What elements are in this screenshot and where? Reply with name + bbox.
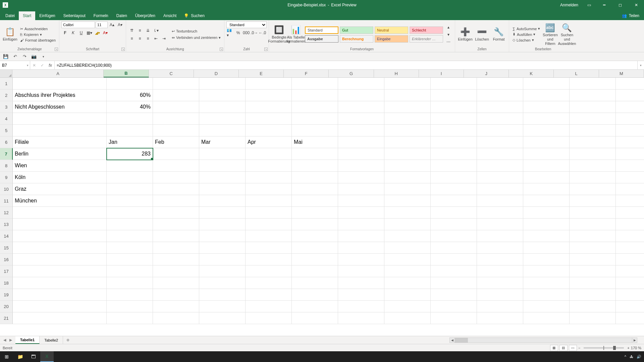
style-erklaerender[interactable]: Erklärender … xyxy=(410,35,443,43)
find-select-button[interactable]: 🔍Suchen und Auswählen xyxy=(559,22,575,47)
row-header-1[interactable]: 1 xyxy=(0,78,13,89)
alignment-dialog-launcher[interactable]: ↘ xyxy=(220,48,223,51)
col-header-L[interactable]: L xyxy=(554,70,599,77)
cell-C1[interactable] xyxy=(153,78,199,89)
cell-A8[interactable]: Wien xyxy=(13,160,107,172)
cell-B3[interactable]: 40% xyxy=(107,101,153,113)
cell-M9[interactable] xyxy=(616,172,644,183)
cell-I17[interactable] xyxy=(431,265,477,277)
cell-F18[interactable] xyxy=(292,277,338,289)
cell-C16[interactable] xyxy=(153,254,199,265)
cell-G1[interactable] xyxy=(338,78,384,89)
cell-D14[interactable] xyxy=(199,230,246,242)
cell-F1[interactable] xyxy=(292,78,338,89)
cell-E13[interactable] xyxy=(246,219,292,230)
cell-H2[interactable] xyxy=(384,89,431,101)
cell-A17[interactable] xyxy=(13,265,107,277)
cell-I20[interactable] xyxy=(431,301,477,312)
cell-J12[interactable] xyxy=(477,207,523,219)
cell-I3[interactable] xyxy=(431,101,477,113)
cell-I13[interactable] xyxy=(431,219,477,230)
cell-C19[interactable] xyxy=(153,289,199,301)
cell-H1[interactable] xyxy=(384,78,431,89)
cell-M5[interactable] xyxy=(616,125,644,136)
cell-L11[interactable] xyxy=(570,195,616,207)
cell-A7[interactable]: Berlin xyxy=(13,148,107,160)
cell-G9[interactable] xyxy=(338,172,384,183)
cell-I6[interactable] xyxy=(431,136,477,148)
cell-B12[interactable] xyxy=(107,207,153,219)
cell-K18[interactable] xyxy=(523,277,570,289)
cell-F5[interactable] xyxy=(292,125,338,136)
accounting-format-icon[interactable]: 💶▾ xyxy=(226,29,234,36)
autosum-button[interactable]: ∑AutoSumme ▾ xyxy=(511,26,541,31)
cell-D7[interactable] xyxy=(199,148,246,160)
number-format-combo[interactable]: Standard xyxy=(226,21,267,28)
tab-review[interactable]: Überprüfen xyxy=(131,11,159,20)
cell-K17[interactable] xyxy=(523,265,570,277)
excel-taskbar-icon[interactable]: X xyxy=(40,351,54,362)
col-header-I[interactable]: I xyxy=(419,70,464,77)
new-sheet-button[interactable]: ⊕ xyxy=(63,336,72,344)
file-explorer-icon[interactable]: 📁 xyxy=(13,351,27,362)
cell-H20[interactable] xyxy=(384,301,431,312)
cell-H7[interactable] xyxy=(384,148,431,160)
col-header-F[interactable]: F xyxy=(284,70,329,77)
cell-B2[interactable]: 60% xyxy=(107,89,153,101)
cell-L9[interactable] xyxy=(570,172,616,183)
cell-G3[interactable] xyxy=(338,101,384,113)
cell-C4[interactable] xyxy=(153,113,199,125)
cell-A15[interactable] xyxy=(13,242,107,254)
cell-J2[interactable] xyxy=(477,89,523,101)
cell-G8[interactable] xyxy=(338,160,384,172)
tray-chevron-icon[interactable]: ^ xyxy=(625,355,626,359)
row-header-2[interactable]: 2 xyxy=(0,89,13,101)
cell-B15[interactable] xyxy=(107,242,153,254)
cell-C8[interactable] xyxy=(153,160,199,172)
cell-F4[interactable] xyxy=(292,113,338,125)
cell-F16[interactable] xyxy=(292,254,338,265)
cell-J9[interactable] xyxy=(477,172,523,183)
cell-B4[interactable] xyxy=(107,113,153,125)
cell-G13[interactable] xyxy=(338,219,384,230)
cell-C10[interactable] xyxy=(153,183,199,195)
row-header-18[interactable]: 18 xyxy=(0,277,13,289)
cut-button[interactable]: ✂Ausschneiden xyxy=(19,26,57,32)
undo-button[interactable]: ↶ xyxy=(11,53,19,60)
cell-D15[interactable] xyxy=(199,242,246,254)
cell-C21[interactable] xyxy=(153,312,199,324)
cell-A3[interactable]: Nicht Abgeschlossen xyxy=(13,101,107,113)
comma-format-icon[interactable]: 000 xyxy=(243,29,250,36)
clear-button[interactable]: ◇Löschen ▾ xyxy=(511,38,541,43)
cell-D21[interactable] xyxy=(199,312,246,324)
zoom-out-button[interactable]: − xyxy=(578,346,580,350)
cell-J19[interactable] xyxy=(477,289,523,301)
start-button[interactable]: ⊞ xyxy=(0,351,13,362)
cell-M14[interactable] xyxy=(616,230,644,242)
cell-D12[interactable] xyxy=(199,207,246,219)
align-bottom-icon[interactable]: ⇊ xyxy=(144,27,152,34)
cell-M15[interactable] xyxy=(616,242,644,254)
cell-L1[interactable] xyxy=(570,78,616,89)
cell-I19[interactable] xyxy=(431,289,477,301)
cell-I11[interactable] xyxy=(431,195,477,207)
cell-G17[interactable] xyxy=(338,265,384,277)
cell-G14[interactable] xyxy=(338,230,384,242)
cell-A18[interactable] xyxy=(13,277,107,289)
cell-E1[interactable] xyxy=(246,78,292,89)
cell-E11[interactable] xyxy=(246,195,292,207)
select-all-corner[interactable] xyxy=(0,70,12,77)
cell-J18[interactable] xyxy=(477,277,523,289)
cell-M16[interactable] xyxy=(616,254,644,265)
cell-C7[interactable] xyxy=(153,148,199,160)
style-berechnung[interactable]: Berechnung xyxy=(340,35,373,43)
cell-C14[interactable] xyxy=(153,230,199,242)
cell-C9[interactable] xyxy=(153,172,199,183)
cell-B18[interactable] xyxy=(107,277,153,289)
cell-M19[interactable] xyxy=(616,289,644,301)
cell-C13[interactable] xyxy=(153,219,199,230)
cell-H5[interactable] xyxy=(384,125,431,136)
increase-decimal-icon[interactable]: .0→ xyxy=(251,29,258,36)
cell-L10[interactable] xyxy=(570,183,616,195)
view-normal-icon[interactable]: ▦ xyxy=(550,345,558,351)
